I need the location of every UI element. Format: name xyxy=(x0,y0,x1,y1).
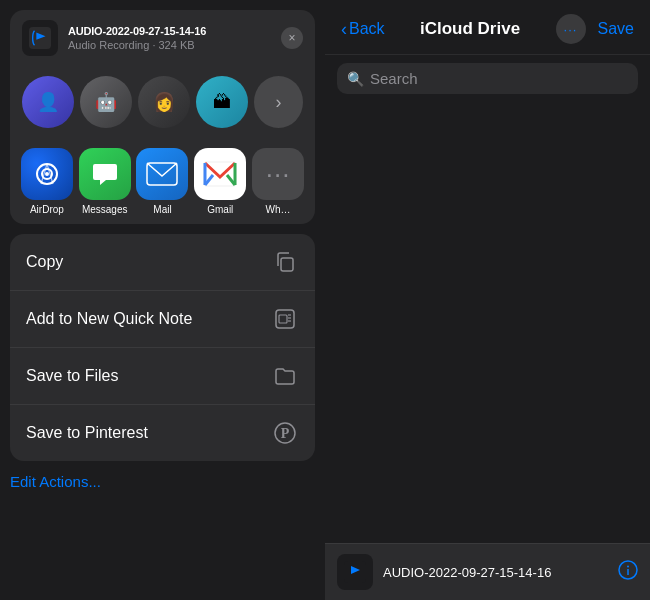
icloud-header: ‹ Back iCloud Drive ··· Save xyxy=(325,0,650,55)
save-to-pinterest-label: Save to Pinterest xyxy=(26,424,148,442)
svg-point-3 xyxy=(45,172,49,176)
svg-rect-12 xyxy=(281,258,293,271)
save-to-pinterest-action[interactable]: Save to Pinterest P xyxy=(10,405,315,461)
mail-app-button[interactable]: Mail xyxy=(136,148,190,216)
chevron-left-icon: ‹ xyxy=(341,19,347,40)
svg-text:P: P xyxy=(281,426,290,441)
avatar[interactable]: 👤 xyxy=(22,76,74,128)
copy-action[interactable]: Copy xyxy=(10,234,315,291)
more-label: Wh… xyxy=(266,204,291,216)
search-bar[interactable]: 🔍 Search xyxy=(337,63,638,94)
copy-icon xyxy=(271,248,299,276)
airdrop-app-button[interactable]: AirDrop xyxy=(20,148,74,216)
edit-actions-label: Edit Actions... xyxy=(10,473,101,490)
bottom-file-name: AUDIO-2022-09-27-15-14-16 xyxy=(383,565,608,580)
icloud-content-area xyxy=(325,102,650,543)
file-name: AUDIO-2022-09-27-15-14-16 xyxy=(68,25,303,37)
mail-icon xyxy=(136,148,188,200)
quick-note-action[interactable]: Add to New Quick Note xyxy=(10,291,315,348)
avatar[interactable]: 👩 xyxy=(138,76,190,128)
share-sheet-panel: AUDIO-2022-09-27-15-14-16 Audio Recordin… xyxy=(0,0,325,600)
save-to-files-action[interactable]: Save to Files xyxy=(10,348,315,405)
more-icon: ··· xyxy=(252,148,304,200)
svg-rect-14 xyxy=(279,315,287,323)
contact-avatar-row: 👤 🤖 👩 🏔 › xyxy=(10,66,315,138)
gmail-app-button[interactable]: Gmail xyxy=(193,148,247,216)
airdrop-svg xyxy=(31,158,63,190)
bottom-audio-icon xyxy=(337,554,373,590)
avatar-more[interactable]: › xyxy=(254,76,303,128)
file-info-button[interactable] xyxy=(618,560,638,585)
messages-app-button[interactable]: Messages xyxy=(78,148,132,216)
avatar[interactable]: 🏔 xyxy=(196,76,248,128)
audio-file-icon xyxy=(22,20,58,56)
messages-label: Messages xyxy=(82,204,128,216)
quick-note-icon xyxy=(271,305,299,333)
mail-label: Mail xyxy=(153,204,171,216)
action-list: Copy Add to New Quick Note xyxy=(10,234,315,461)
copy-label: Copy xyxy=(26,253,63,271)
gmail-label: Gmail xyxy=(207,204,233,216)
search-icon: 🔍 xyxy=(347,71,364,87)
edit-actions-button[interactable]: Edit Actions... xyxy=(0,461,325,503)
save-to-files-icon xyxy=(271,362,299,390)
file-header: AUDIO-2022-09-27-15-14-16 Audio Recordin… xyxy=(10,10,315,66)
avatar[interactable]: 🤖 xyxy=(80,76,132,128)
svg-point-22 xyxy=(627,565,629,567)
airdrop-label: AirDrop xyxy=(30,204,64,216)
save-button[interactable]: Save xyxy=(598,20,634,38)
more-options-button[interactable]: ··· xyxy=(556,14,586,44)
quick-note-label: Add to New Quick Note xyxy=(26,310,192,328)
back-label: Back xyxy=(349,20,385,38)
icloud-drive-title: iCloud Drive xyxy=(420,19,520,39)
close-button[interactable]: × xyxy=(281,27,303,49)
app-share-row: AirDrop Messages Mail xyxy=(10,138,315,224)
gmail-icon xyxy=(194,148,246,200)
messages-icon xyxy=(79,148,131,200)
bottom-file-bar: AUDIO-2022-09-27-15-14-16 xyxy=(325,543,650,600)
airdrop-icon xyxy=(21,148,73,200)
save-to-files-label: Save to Files xyxy=(26,367,118,385)
back-button[interactable]: ‹ Back xyxy=(341,19,385,40)
icloud-drive-panel: ‹ Back iCloud Drive ··· Save 🔍 Search AU… xyxy=(325,0,650,600)
save-to-pinterest-icon: P xyxy=(271,419,299,447)
file-meta: Audio Recording · 324 KB xyxy=(68,39,303,51)
header-actions: ··· Save xyxy=(556,14,634,44)
more-app-button[interactable]: ··· Wh… xyxy=(251,148,305,216)
more-options-icon: ··· xyxy=(564,22,578,37)
file-info: AUDIO-2022-09-27-15-14-16 Audio Recordin… xyxy=(68,25,303,51)
search-input[interactable]: Search xyxy=(370,70,418,87)
